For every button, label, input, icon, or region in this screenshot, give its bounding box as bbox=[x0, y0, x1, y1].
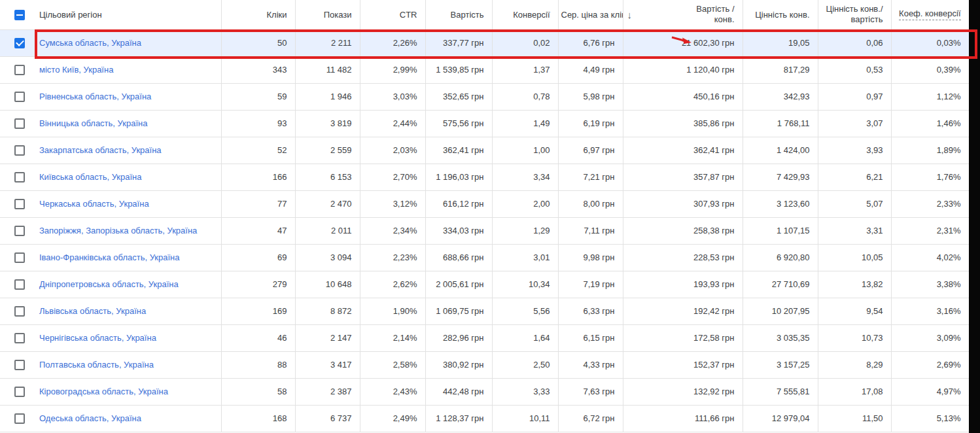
cell-conversions: 1,29 bbox=[492, 217, 558, 244]
column-header-conversions[interactable]: Конверсії bbox=[492, 0, 558, 29]
region-link[interactable]: Дніпропетровська область, Україна bbox=[39, 279, 179, 289]
cell-cost_per_conv: 172,58 грн bbox=[623, 324, 743, 351]
cell-ctr: 1,90% bbox=[360, 298, 425, 324]
row-checkbox[interactable] bbox=[14, 306, 25, 317]
column-header-cost[interactable]: Вартість bbox=[425, 0, 492, 29]
region-link[interactable]: Полтавська область, Україна bbox=[39, 360, 154, 370]
cell-conv_rate: 1,89% bbox=[891, 137, 969, 164]
row-checkbox-cell bbox=[0, 217, 37, 244]
row-checkbox[interactable] bbox=[14, 38, 25, 48]
cell-cost: 362,41 грн bbox=[425, 137, 492, 164]
row-checkbox[interactable] bbox=[14, 226, 25, 236]
region-link[interactable]: Вінницька область, Україна bbox=[39, 118, 147, 128]
table-row: Одеська область, Україна1686 7372,49%1 1… bbox=[0, 405, 969, 432]
row-checkbox[interactable] bbox=[14, 387, 25, 397]
table-row: Львівська область, Україна1698 8721,90%1… bbox=[0, 298, 969, 324]
cell-ctr: 2,43% bbox=[360, 378, 425, 405]
row-checkbox[interactable] bbox=[14, 333, 25, 343]
row-checkbox[interactable] bbox=[14, 145, 25, 156]
cell-region: Запоріжжя, Запорізька область, Україна bbox=[37, 217, 221, 244]
column-header-avg-cpc[interactable]: Сер. ціна за клік bbox=[558, 0, 623, 29]
cell-conversions: 3,34 bbox=[492, 164, 558, 190]
cell-clicks: 169 bbox=[221, 298, 295, 324]
row-checkbox[interactable] bbox=[14, 413, 25, 424]
cell-clicks: 52 bbox=[221, 137, 295, 164]
cell-conv_rate: 2,69% bbox=[891, 351, 969, 378]
cell-clicks: 77 bbox=[221, 190, 295, 217]
cell-avg_cpc: 6,33 грн bbox=[558, 298, 623, 324]
column-header-conv-value[interactable]: Цінність конв. bbox=[743, 0, 818, 29]
cell-cost_per_conv: 193,93 грн bbox=[623, 271, 743, 298]
cell-conversions: 10,11 bbox=[492, 405, 558, 432]
region-link[interactable]: Рівненська область, Україна bbox=[39, 92, 151, 101]
column-header-ctr[interactable]: CTR bbox=[360, 0, 425, 29]
cell-cost_per_conv: 21 602,30 грн bbox=[623, 29, 743, 56]
cell-conv_value: 27 710,69 bbox=[743, 271, 818, 298]
cell-conv_value: 7 429,93 bbox=[743, 164, 818, 190]
cell-conv_value_per_cost: 8,29 bbox=[818, 351, 891, 378]
cell-clicks: 88 bbox=[221, 351, 295, 378]
region-link[interactable]: Львівська область, Україна bbox=[39, 306, 146, 316]
cell-avg_cpc: 8,00 грн bbox=[558, 190, 623, 217]
region-link[interactable]: Запоріжжя, Запорізька область, Україна bbox=[39, 226, 197, 235]
region-link[interactable]: Черкаська область, Україна bbox=[39, 199, 149, 209]
row-checkbox[interactable] bbox=[14, 92, 25, 102]
table-row: Полтавська область, Україна883 4172,58%3… bbox=[0, 351, 969, 378]
cell-conversions: 1,49 bbox=[492, 110, 558, 137]
cell-avg_cpc: 9,98 грн bbox=[558, 244, 623, 271]
row-checkbox[interactable] bbox=[14, 279, 25, 290]
cell-cost_per_conv: 307,93 грн bbox=[623, 190, 743, 217]
cell-cost: 1 069,75 грн bbox=[425, 298, 492, 324]
region-link[interactable]: Кіровоградська область, Україна bbox=[39, 387, 168, 396]
cell-cost_per_conv: 385,86 грн bbox=[623, 110, 743, 137]
cell-ctr: 2,99% bbox=[360, 56, 425, 83]
region-link[interactable]: Чернігівська область, Україна bbox=[39, 333, 156, 343]
cell-conv_value: 3 035,35 bbox=[743, 324, 818, 351]
cell-conv_value: 1 768,11 bbox=[743, 110, 818, 137]
column-header-region[interactable]: Цільовий регіон bbox=[37, 0, 221, 29]
cell-clicks: 58 bbox=[221, 378, 295, 405]
cell-cost_per_conv: 357,87 грн bbox=[623, 164, 743, 190]
region-link[interactable]: місто Київ, Україна bbox=[39, 65, 113, 75]
cell-clicks: 47 bbox=[221, 217, 295, 244]
table-row: Київська область, Україна1666 1532,70%1 … bbox=[0, 164, 969, 190]
table-row: Запоріжжя, Запорізька область, Україна47… bbox=[0, 217, 969, 244]
cell-conv_value_per_cost: 0,06 bbox=[818, 29, 891, 56]
cell-cost: 688,66 грн bbox=[425, 244, 492, 271]
row-checkbox[interactable] bbox=[14, 172, 25, 182]
column-header-cost-per-conv[interactable]: ↓ Вартість / конв. bbox=[623, 0, 743, 29]
row-checkbox[interactable] bbox=[14, 252, 25, 263]
region-link[interactable]: Одеська область, Україна bbox=[39, 413, 141, 423]
region-link[interactable]: Закарпатська область, Україна bbox=[39, 145, 162, 155]
column-header-conv-rate[interactable]: Коеф. конверсії bbox=[891, 0, 969, 29]
cell-impressions: 6 737 bbox=[295, 405, 360, 432]
cell-conv_rate: 5,13% bbox=[891, 405, 969, 432]
cell-region: Чернігівська область, Україна bbox=[37, 324, 221, 351]
table-row: Вінницька область, Україна933 8192,44%57… bbox=[0, 110, 969, 137]
cell-conv_value: 7 555,81 bbox=[743, 378, 818, 405]
region-link[interactable]: Київська область, Україна bbox=[39, 172, 142, 182]
row-checkbox-cell bbox=[0, 164, 37, 190]
right-edge-black-strip bbox=[969, 0, 980, 433]
target-regions-table: Цільовий регіон Кліки Покази CTR Вартіст… bbox=[0, 0, 970, 432]
cell-region: Одеська область, Україна bbox=[37, 405, 221, 432]
cell-region: Черкаська область, Україна bbox=[37, 190, 221, 217]
row-checkbox[interactable] bbox=[14, 199, 25, 209]
column-header-clicks[interactable]: Кліки bbox=[221, 0, 295, 29]
cell-conv_value_per_cost: 17,08 bbox=[818, 378, 891, 405]
column-header-impressions[interactable]: Покази bbox=[295, 0, 360, 29]
cell-avg_cpc: 4,49 грн bbox=[558, 56, 623, 83]
cell-conv_value_per_cost: 0,53 bbox=[818, 56, 891, 83]
row-checkbox[interactable] bbox=[14, 65, 25, 75]
select-all-checkbox[interactable] bbox=[14, 10, 25, 20]
row-checkbox[interactable] bbox=[14, 360, 25, 370]
row-checkbox[interactable] bbox=[14, 118, 25, 129]
cell-conv_value: 817,29 bbox=[743, 56, 818, 83]
column-header-conv-value-per-cost[interactable]: Цінність конв./​вартість bbox=[818, 0, 891, 29]
region-link[interactable]: Івано-Франківська область, Україна bbox=[39, 252, 180, 262]
cell-impressions: 3 417 bbox=[295, 351, 360, 378]
cell-impressions: 11 482 bbox=[295, 56, 360, 83]
cell-conv_value: 19,05 bbox=[743, 29, 818, 56]
region-link[interactable]: Сумська область, Україна bbox=[39, 38, 141, 48]
cell-ctr: 2,26% bbox=[360, 29, 425, 56]
